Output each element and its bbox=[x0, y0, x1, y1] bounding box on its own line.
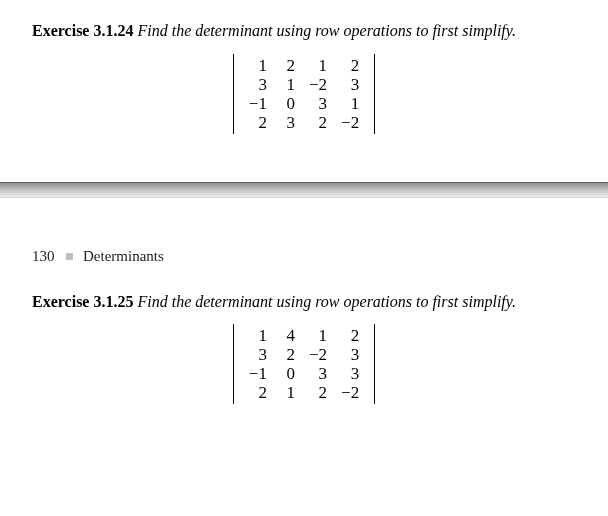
exercise-3-1-24: Exercise 3.1.24 Find the determinant usi… bbox=[32, 20, 576, 42]
matrix-cell: 2 bbox=[334, 326, 366, 345]
table-row: 2 1 2 −2 bbox=[242, 383, 366, 402]
matrix-cell: 1 bbox=[302, 56, 334, 75]
determinant-matrix-1: 1 2 1 2 3 1 −2 3 −1 0 3 1 bbox=[32, 54, 576, 134]
matrix-cell: 4 bbox=[274, 326, 302, 345]
matrix-cell: 3 bbox=[334, 345, 366, 364]
table-row: 3 2 −2 3 bbox=[242, 345, 366, 364]
matrix-cell: 2 bbox=[274, 56, 302, 75]
exercise-3-1-25: Exercise 3.1.25 Find the determinant usi… bbox=[32, 291, 576, 313]
page-lower: 130 Determinants Exercise 3.1.25 Find th… bbox=[0, 198, 608, 453]
matrix-cell: 2 bbox=[334, 56, 366, 75]
matrix-cell: −2 bbox=[302, 75, 334, 94]
matrix-cell: 2 bbox=[302, 383, 334, 402]
matrix-cell: 2 bbox=[302, 113, 334, 132]
matrix-cell: 3 bbox=[302, 94, 334, 113]
page-upper: Exercise 3.1.24 Find the determinant usi… bbox=[0, 0, 608, 182]
matrix-cell: 3 bbox=[334, 75, 366, 94]
matrix-cell: 1 bbox=[242, 326, 274, 345]
matrix-cell: 2 bbox=[274, 345, 302, 364]
table-row: 3 1 −2 3 bbox=[242, 75, 366, 94]
matrix-cell: −1 bbox=[242, 94, 274, 113]
page-break bbox=[0, 182, 608, 198]
exercise-label: Exercise 3.1.24 bbox=[32, 22, 133, 39]
exercise-label: Exercise 3.1.25 bbox=[32, 293, 133, 310]
matrix-cell: 1 bbox=[242, 56, 274, 75]
square-bullet-icon bbox=[66, 253, 73, 260]
matrix-cell: 3 bbox=[302, 364, 334, 383]
table-row: −1 0 3 1 bbox=[242, 94, 366, 113]
matrix-cell: 3 bbox=[334, 364, 366, 383]
matrix-cell: 3 bbox=[242, 345, 274, 364]
page-number: 130 bbox=[32, 248, 55, 264]
matrix-cell: 2 bbox=[242, 383, 274, 402]
running-header: 130 Determinants bbox=[32, 248, 576, 265]
matrix-cell: 0 bbox=[274, 94, 302, 113]
matrix-cell: 1 bbox=[302, 326, 334, 345]
matrix-cell: 1 bbox=[274, 75, 302, 94]
table-row: 1 4 1 2 bbox=[242, 326, 366, 345]
matrix-cell: 1 bbox=[334, 94, 366, 113]
determinant-matrix-2: 1 4 1 2 3 2 −2 3 −1 0 3 3 bbox=[32, 324, 576, 404]
matrix-cell: −2 bbox=[334, 383, 366, 402]
exercise-prompt: Find the determinant using row operation… bbox=[137, 293, 516, 310]
determinant-bars: 1 2 1 2 3 1 −2 3 −1 0 3 1 bbox=[233, 54, 375, 134]
matrix-table: 1 2 1 2 3 1 −2 3 −1 0 3 1 bbox=[242, 56, 366, 132]
matrix-cell: −1 bbox=[242, 364, 274, 383]
determinant-bars: 1 4 1 2 3 2 −2 3 −1 0 3 3 bbox=[233, 324, 375, 404]
matrix-cell: 1 bbox=[274, 383, 302, 402]
matrix-cell: −2 bbox=[334, 113, 366, 132]
table-row: 2 3 2 −2 bbox=[242, 113, 366, 132]
matrix-cell: 3 bbox=[242, 75, 274, 94]
section-title: Determinants bbox=[83, 248, 164, 264]
matrix-cell: 2 bbox=[242, 113, 274, 132]
matrix-table: 1 4 1 2 3 2 −2 3 −1 0 3 3 bbox=[242, 326, 366, 402]
matrix-cell: 0 bbox=[274, 364, 302, 383]
exercise-prompt: Find the determinant using row operation… bbox=[137, 22, 516, 39]
matrix-cell: 3 bbox=[274, 113, 302, 132]
table-row: 1 2 1 2 bbox=[242, 56, 366, 75]
matrix-cell: −2 bbox=[302, 345, 334, 364]
table-row: −1 0 3 3 bbox=[242, 364, 366, 383]
